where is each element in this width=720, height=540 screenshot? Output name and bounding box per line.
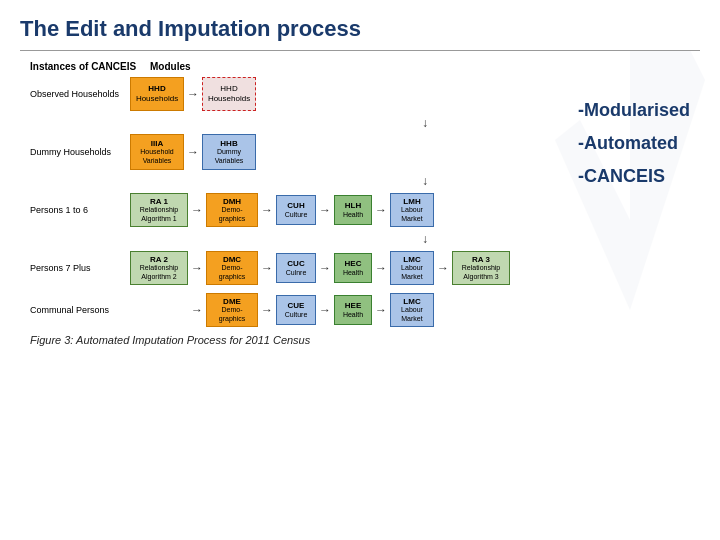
title-divider xyxy=(20,50,700,51)
box-cue: CUECulture xyxy=(276,295,316,325)
row-label-persons7plus: Persons 7 Plus xyxy=(30,263,130,274)
col-header-instances: Instances of CANCEIS xyxy=(30,61,140,72)
row-label-observed: Observed Households xyxy=(30,89,130,100)
box-lmh: LMHLabourMarket xyxy=(390,193,434,227)
box-hha: IIIAHouseholdVariables xyxy=(130,134,184,170)
box-cuc: CUCCulnre xyxy=(276,253,316,283)
right-labels: -Modularised -Automated -CANCEIS xyxy=(578,100,690,187)
box-hlh: HLHHealth xyxy=(334,195,372,225)
box-cuh: CUHCulture xyxy=(276,195,316,225)
box-ra2: RA 2RelationshipAlgorithm 2 xyxy=(130,251,188,285)
label-canceis: -CANCEIS xyxy=(578,166,690,187)
row-label-dummy: Dummy Households xyxy=(30,147,130,158)
arrow-3a: → xyxy=(191,203,203,217)
arrow-4b: → xyxy=(261,261,273,275)
down-arrow-3: ↓ xyxy=(150,232,700,246)
box-ra3: RA 3RelationshipAlgorithm 3 xyxy=(452,251,510,285)
box-hhb: HHBDummyVariables xyxy=(202,134,256,170)
box-dme: DMEDemo-graphics xyxy=(206,293,258,327)
arrow-1: → xyxy=(187,87,199,101)
figure-caption: Figure 3: Automated Imputation Process f… xyxy=(30,334,700,346)
row-communal: Communal Persons → DMEDemo-graphics → CU… xyxy=(30,292,700,328)
arrow-2: → xyxy=(187,145,199,159)
arrow-3c: → xyxy=(319,203,331,217)
box-hhd: HHDHouseholds xyxy=(130,77,184,111)
arrow-4e: → xyxy=(437,261,449,275)
row-persons7plus: Persons 7 Plus RA 2RelationshipAlgorithm… xyxy=(30,250,700,286)
arrow-5b: → xyxy=(261,303,273,317)
label-modularised: -Modularised xyxy=(578,100,690,121)
row-label-communal: Communal Persons xyxy=(30,305,130,316)
row-persons16: Persons 1 to 6 RA 1RelationshipAlgorithm… xyxy=(30,192,700,228)
page-title: The Edit and Imputation process xyxy=(20,16,700,42)
arrow-5c: → xyxy=(319,303,331,317)
arrow-3d: → xyxy=(375,203,387,217)
box-hhd-outline: HHDHouseholds xyxy=(202,77,256,111)
col-header-modules: Modules xyxy=(150,61,230,72)
box-dmc: DMCDemo-graphics xyxy=(206,251,258,285)
page-content: The Edit and Imputation process -Modular… xyxy=(0,0,720,356)
arrow-3b: → xyxy=(261,203,273,217)
box-hec: HECHealth xyxy=(334,253,372,283)
arrow-5d: → xyxy=(375,303,387,317)
col-headers: Instances of CANCEIS Modules xyxy=(30,61,700,72)
box-lme: LMCLabourMarket xyxy=(390,293,434,327)
arrow-4c: → xyxy=(319,261,331,275)
arrow-4d: → xyxy=(375,261,387,275)
box-dmh: DMHDemo-graphics xyxy=(206,193,258,227)
row-label-persons16: Persons 1 to 6 xyxy=(30,205,130,216)
arrow-5a: → xyxy=(191,303,203,317)
label-automated: -Automated xyxy=(578,133,690,154)
box-ra1: RA 1RelationshipAlgorithm 1 xyxy=(130,193,188,227)
box-hee: HEEHealth xyxy=(334,295,372,325)
arrow-4a: → xyxy=(191,261,203,275)
box-lmc: LMCLabourMarket xyxy=(390,251,434,285)
